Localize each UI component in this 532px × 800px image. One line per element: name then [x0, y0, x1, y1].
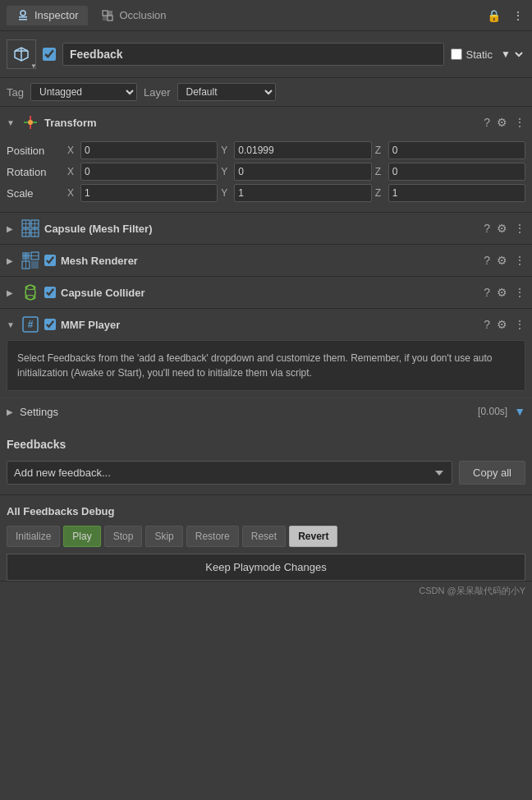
gameobject-icon: ▼: [7, 39, 36, 69]
scale-x-input[interactable]: [80, 184, 218, 202]
svg-rect-1: [19, 16, 27, 18]
debug-restore-button[interactable]: Restore: [186, 526, 239, 547]
position-y-input[interactable]: [234, 141, 371, 159]
capsule-mesh-help-icon[interactable]: ?: [484, 222, 490, 235]
debug-play-button[interactable]: Play: [63, 526, 100, 547]
mesh-renderer-help-icon[interactable]: ?: [484, 254, 490, 267]
rotation-axis-group: X Y Z: [67, 163, 525, 181]
mmf-player-checkbox[interactable]: [44, 319, 56, 330]
gameobject-active-checkbox[interactable]: [43, 48, 56, 61]
capsule-collider-settings-icon[interactable]: ⚙: [497, 286, 507, 299]
svg-rect-2: [19, 19, 27, 21]
settings-row[interactable]: ▶ Settings [0.00s] ▼: [0, 398, 532, 425]
capsule-mesh-settings-icon[interactable]: ⚙: [497, 222, 507, 235]
transform-header[interactable]: ▼ Transform ? ⚙ ⋮: [0, 107, 532, 138]
svg-point-9: [28, 120, 33, 125]
keep-playmode-button[interactable]: Keep Playmode Changes: [7, 554, 525, 581]
debug-reset-button[interactable]: Reset: [242, 526, 286, 547]
capsule-collider-icon: [21, 283, 39, 301]
transform-title: Transform: [44, 117, 479, 129]
position-y-label: Y: [221, 145, 231, 156]
mmf-player-help-icon[interactable]: ?: [484, 318, 490, 331]
position-z-input[interactable]: [388, 141, 525, 159]
gameobject-name-input[interactable]: [62, 43, 444, 66]
rotation-label: Rotation: [7, 166, 64, 178]
inspector-icon: [16, 9, 30, 22]
mesh-renderer-settings-icon[interactable]: ⚙: [497, 254, 507, 267]
watermark-text: CSDN @呆呆敲代码的小Y: [419, 586, 525, 595]
mesh-renderer-actions: ? ⚙ ⋮: [484, 254, 525, 267]
capsule-collider-header[interactable]: ▶ Capsule Collider ? ⚙ ⋮: [0, 277, 532, 308]
mesh-renderer-checkbox[interactable]: [44, 255, 56, 266]
mesh-renderer-more-icon[interactable]: ⋮: [514, 254, 525, 267]
rotation-y-label: Y: [221, 166, 231, 177]
inspector-tab-label: Inspector: [34, 9, 78, 21]
transform-settings-icon[interactable]: ⚙: [497, 116, 507, 129]
occlusion-tab[interactable]: Occlusion: [91, 6, 176, 25]
go-icon-arrow[interactable]: ▼: [30, 62, 37, 70]
capsule-collider-more-icon[interactable]: ⋮: [514, 286, 525, 299]
rotation-x-label: X: [67, 166, 77, 177]
mmf-player-settings-icon[interactable]: ⚙: [497, 318, 507, 331]
mmf-description: Select Feedbacks from the 'add a feedbac…: [7, 340, 525, 391]
rotation-z-label: Z: [375, 166, 385, 177]
scale-z-input[interactable]: [388, 184, 525, 202]
settings-dropdown-arrow[interactable]: ▼: [514, 405, 525, 418]
transform-more-icon[interactable]: ⋮: [514, 116, 525, 129]
position-x-input[interactable]: [80, 141, 218, 159]
scale-y-input[interactable]: [234, 184, 371, 202]
settings-time: [0.00s]: [478, 406, 507, 417]
capsule-collider-title: Capsule Collider: [61, 287, 479, 299]
topbar-icons: 🔒 ⋮: [485, 7, 525, 24]
rotation-z-input[interactable]: [388, 163, 525, 181]
scale-axis-group: X Y Z: [67, 184, 525, 202]
scale-z-label: Z: [375, 187, 385, 199]
transform-arrow: ▼: [7, 118, 16, 127]
svg-point-0: [21, 11, 25, 16]
position-z-label: Z: [375, 145, 385, 156]
more-button[interactable]: ⋮: [511, 7, 525, 24]
position-row: Position X Y Z: [7, 141, 525, 159]
tag-select[interactable]: Untagged: [30, 83, 137, 101]
capsule-mesh-arrow: ▶: [7, 224, 16, 233]
debug-section: All Feedbacks Debug Initialize Play Stop…: [0, 495, 532, 581]
mmf-player-actions: ? ⚙ ⋮: [484, 318, 525, 331]
static-label: Static: [466, 48, 493, 61]
keep-playmode-label: Keep Playmode Changes: [205, 561, 326, 573]
mmf-player-title: MMF Player: [61, 319, 479, 331]
transform-fields: Position X Y Z Rotation X Y Z: [0, 138, 532, 212]
transform-component: ▼ Transform ? ⚙ ⋮ Position X Y: [0, 107, 532, 213]
top-bar: Inspector Occlusion 🔒 ⋮: [0, 0, 532, 31]
mmf-player-header[interactable]: ▼ # MMF Player ? ⚙ ⋮: [0, 309, 532, 340]
debug-revert-button[interactable]: Revert: [289, 526, 337, 547]
transform-actions: ? ⚙ ⋮: [484, 116, 525, 129]
debug-skip-button[interactable]: Skip: [145, 526, 182, 547]
static-checkbox[interactable]: [451, 48, 462, 60]
layer-select[interactable]: Default: [177, 83, 276, 101]
feedbacks-controls: Add new feedback... Copy all: [7, 461, 525, 485]
capsule-collider-checkbox[interactable]: [44, 287, 56, 298]
capsule-mesh-header[interactable]: ▶ Capsule (Mesh Filter) ? ⚙ ⋮: [0, 213, 532, 244]
capsule-mesh-more-icon[interactable]: ⋮: [514, 222, 525, 235]
settings-label: Settings: [20, 406, 478, 418]
debug-stop-button[interactable]: Stop: [104, 526, 143, 547]
transform-help-icon[interactable]: ?: [484, 116, 490, 129]
mesh-renderer-arrow: ▶: [7, 256, 16, 265]
mesh-renderer-icon: [21, 251, 39, 269]
rotation-y-input[interactable]: [234, 163, 371, 181]
copy-all-button[interactable]: Copy all: [459, 461, 525, 485]
mesh-renderer-header[interactable]: ▶ Mesh Renderer ? ⚙ ⋮: [0, 245, 532, 276]
inspector-tab[interactable]: Inspector: [7, 6, 88, 25]
static-dropdown[interactable]: ▼: [496, 48, 525, 61]
lock-button[interactable]: 🔒: [485, 7, 502, 24]
add-feedback-select[interactable]: Add new feedback...: [7, 461, 452, 485]
debug-initialize-button[interactable]: Initialize: [7, 526, 60, 547]
svg-rect-4: [108, 11, 112, 16]
capsule-collider-arrow: ▶: [7, 288, 16, 297]
rotation-x-input[interactable]: [80, 163, 218, 181]
mmf-player-more-icon[interactable]: ⋮: [514, 318, 525, 331]
capsule-collider-help-icon[interactable]: ?: [484, 286, 490, 299]
settings-arrow: ▶: [7, 407, 13, 416]
mesh-renderer-title: Mesh Renderer: [61, 255, 479, 267]
svg-point-28: [25, 285, 35, 300]
